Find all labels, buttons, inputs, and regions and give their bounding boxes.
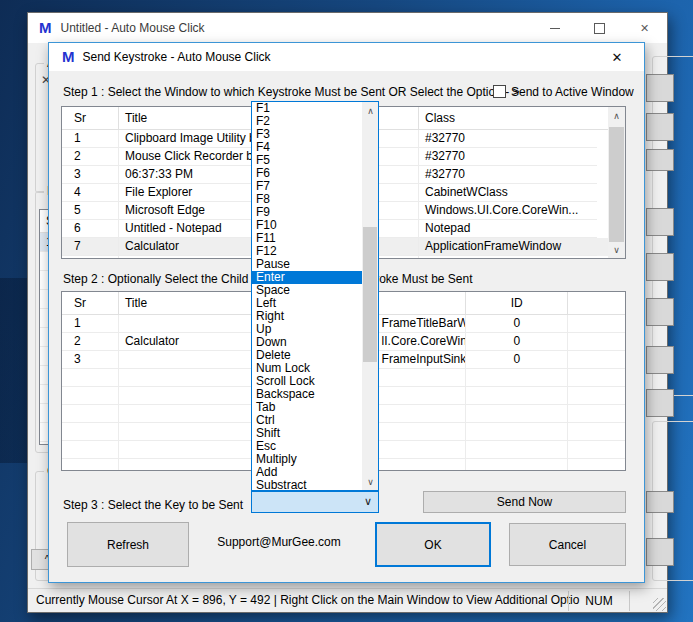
ok-button[interactable]: OK bbox=[375, 522, 491, 567]
scrollbar-thumb[interactable] bbox=[609, 127, 624, 242]
cell: 0 bbox=[466, 315, 568, 333]
cancel-label: Cancel bbox=[549, 538, 586, 552]
resize-grip[interactable] bbox=[653, 598, 666, 611]
key-option[interactable]: Num Lock bbox=[252, 362, 362, 375]
side-button[interactable] bbox=[646, 538, 674, 566]
side-button[interactable] bbox=[646, 74, 674, 102]
cell bbox=[62, 441, 119, 459]
cell bbox=[62, 423, 119, 441]
key-option[interactable]: F4 bbox=[252, 141, 362, 154]
side-button[interactable] bbox=[646, 149, 674, 171]
side-button[interactable] bbox=[646, 208, 674, 236]
dialog-close-button[interactable]: ✕ bbox=[602, 43, 632, 71]
key-option[interactable]: F2 bbox=[252, 115, 362, 128]
cell: 3 bbox=[62, 351, 119, 369]
side-button[interactable] bbox=[646, 389, 674, 417]
key-option[interactable]: Scroll Lock bbox=[252, 375, 362, 388]
key-option[interactable]: F11 bbox=[252, 232, 362, 245]
key-option[interactable]: Delete bbox=[252, 349, 362, 362]
side-button[interactable] bbox=[646, 298, 674, 326]
cancel-button[interactable]: Cancel bbox=[509, 523, 626, 566]
cell: 0 bbox=[466, 333, 568, 351]
refresh-label: Refresh bbox=[107, 538, 149, 552]
cell: #32770 bbox=[419, 148, 597, 166]
key-option[interactable]: Substract bbox=[252, 479, 362, 492]
cell: 0 bbox=[466, 351, 568, 369]
key-option[interactable]: F10 bbox=[252, 219, 362, 232]
minimize-button[interactable] bbox=[532, 13, 577, 43]
scroll-up-icon[interactable]: ∧ bbox=[608, 107, 625, 124]
cell: #32770 bbox=[419, 166, 597, 184]
close-icon: ✕ bbox=[640, 22, 649, 35]
main-titlebar[interactable]: M Untitled - Auto Mouse Click ✕ bbox=[28, 13, 667, 43]
desktop: M Untitled - Auto Mouse Click ✕ Add ✕ Li… bbox=[0, 0, 693, 622]
cell bbox=[568, 333, 625, 351]
key-option[interactable]: Pause bbox=[252, 258, 362, 271]
key-option[interactable]: Shift bbox=[252, 427, 362, 440]
key-option[interactable]: Add bbox=[252, 466, 362, 479]
key-option[interactable]: F6 bbox=[252, 167, 362, 180]
send-to-active-window-label[interactable]: Send to Active Window bbox=[511, 85, 634, 99]
column-header[interactable] bbox=[568, 292, 625, 314]
cell bbox=[119, 405, 252, 423]
key-option[interactable]: F12 bbox=[252, 245, 362, 258]
cell bbox=[62, 405, 119, 423]
key-option[interactable]: Backspace bbox=[252, 388, 362, 401]
side-button[interactable] bbox=[646, 253, 674, 281]
key-option[interactable]: F9 bbox=[252, 206, 362, 219]
send-now-button[interactable]: Send Now bbox=[423, 491, 626, 513]
key-option[interactable]: Enter bbox=[252, 271, 362, 284]
column-header[interactable]: Title bbox=[119, 292, 252, 314]
cell bbox=[119, 423, 252, 441]
cell: 1 bbox=[62, 315, 119, 333]
key-option[interactable]: Ctrl bbox=[252, 414, 362, 427]
refresh-button[interactable]: Refresh bbox=[67, 522, 189, 567]
send-to-active-window-checkbox[interactable] bbox=[493, 85, 506, 98]
keys-dropdown-list[interactable]: F1F2F3F4F5F6F7F8F9F10F11F12PauseEnterSpa… bbox=[251, 101, 379, 491]
key-option[interactable]: F3 bbox=[252, 128, 362, 141]
dialog-titlebar[interactable]: M Send Keystroke - Auto Mouse Click ✕ bbox=[49, 43, 644, 71]
scrollbar-thumb[interactable] bbox=[363, 227, 377, 362]
cell: 1 bbox=[62, 130, 119, 148]
key-option[interactable]: Tab bbox=[252, 401, 362, 414]
key-option[interactable]: Right bbox=[252, 310, 362, 323]
key-select-combobox[interactable]: ∨ bbox=[251, 491, 379, 513]
vertical-scrollbar[interactable]: ∧ ∨ bbox=[608, 107, 625, 258]
column-header[interactable]: Sr bbox=[62, 107, 119, 129]
app-logo-icon: M bbox=[62, 49, 75, 65]
cell bbox=[119, 459, 252, 471]
maximize-button[interactable] bbox=[577, 13, 622, 43]
side-button[interactable] bbox=[646, 346, 674, 374]
step3-label: Step 3 : Select the Key to be Sent bbox=[63, 498, 243, 512]
column-header[interactable]: ID bbox=[466, 292, 568, 314]
key-option[interactable]: F1 bbox=[252, 102, 362, 115]
cell bbox=[568, 387, 625, 405]
scroll-up-icon[interactable]: ∧ bbox=[362, 102, 379, 119]
cell: CabinetWClass bbox=[419, 184, 597, 202]
key-option[interactable]: Down bbox=[252, 336, 362, 349]
close-button[interactable]: ✕ bbox=[622, 13, 667, 43]
scroll-down-icon[interactable]: ∨ bbox=[608, 241, 625, 258]
key-option[interactable]: Multiply bbox=[252, 453, 362, 466]
cell bbox=[62, 387, 119, 405]
key-option[interactable]: Up bbox=[252, 323, 362, 336]
cell bbox=[568, 423, 625, 441]
cell bbox=[568, 315, 625, 333]
key-option[interactable]: Left bbox=[252, 297, 362, 310]
cell: Chrome_WidgetWin_1 bbox=[419, 256, 597, 259]
key-option[interactable]: F7 bbox=[252, 180, 362, 193]
key-option[interactable]: Esc bbox=[252, 440, 362, 453]
scroll-down-icon[interactable]: ∨ bbox=[362, 473, 379, 490]
cell: Notepad bbox=[419, 220, 597, 238]
chevron-down-icon: ∨ bbox=[364, 495, 372, 508]
key-option[interactable]: Space bbox=[252, 284, 362, 297]
side-button[interactable] bbox=[646, 113, 674, 141]
key-option[interactable]: F8 bbox=[252, 193, 362, 206]
column-header[interactable]: Sr bbox=[62, 292, 119, 314]
side-button[interactable] bbox=[646, 491, 674, 513]
key-option[interactable]: F5 bbox=[252, 154, 362, 167]
dropdown-scrollbar[interactable]: ∧ ∨ bbox=[362, 102, 378, 490]
column-header[interactable]: Class bbox=[419, 107, 597, 129]
cell bbox=[119, 369, 252, 387]
maximize-icon bbox=[594, 23, 605, 34]
